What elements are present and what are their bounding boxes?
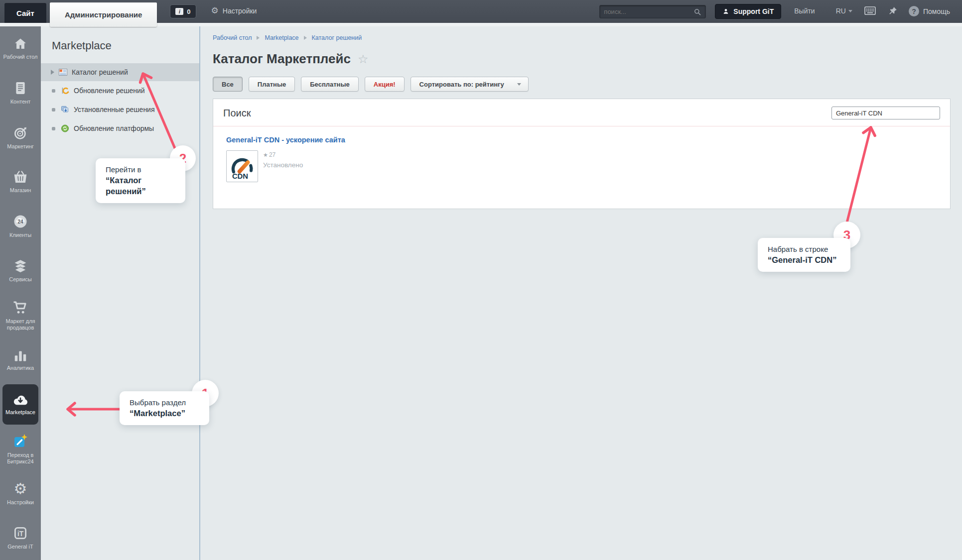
gear-icon: ⚙ <box>211 6 219 15</box>
callout-1: Выбрать раздел “Marketplace” <box>120 391 209 425</box>
top-settings-button[interactable]: ⚙ Настройки <box>211 6 257 15</box>
cart-icon <box>12 300 28 315</box>
menu-item-solutions-catalog[interactable]: Каталог решений <box>41 63 199 81</box>
menu-item-label: Обновление решений <box>74 87 145 95</box>
callout-text: Перейти в <box>106 165 175 175</box>
callout-text-bold: “Каталог решений” <box>106 175 175 197</box>
menu-item-label: Установленные решения <box>74 106 155 113</box>
sort-dropdown[interactable]: Сортировать по: рейтингу <box>411 77 529 92</box>
breadcrumb-separator-icon <box>257 36 260 40</box>
search-icon[interactable] <box>693 8 701 16</box>
sidebar-item-vendor-market[interactable]: Маркет для продавцов <box>0 293 41 337</box>
help-label: Помощь <box>923 7 950 15</box>
svg-text:CDN: CDN <box>232 172 248 180</box>
target-icon <box>13 125 28 140</box>
bitrix24-icon <box>12 433 28 449</box>
sidebar-item-desktop[interactable]: Рабочий стол <box>0 26 41 71</box>
page-title: Каталог Маркетплейс <box>213 51 351 67</box>
menu-item-solutions-update[interactable]: Обновление решений <box>41 81 199 100</box>
sidebar-item-general-it[interactable]: iT General iT <box>0 516 41 560</box>
menu-item-label: Каталог решений <box>72 68 128 76</box>
tab-admin-label: Администрирование <box>65 10 142 19</box>
sidebar-item-services[interactable]: Сервисы <box>0 249 41 293</box>
logout-link[interactable]: Выйти <box>794 7 815 15</box>
rail-label: Сервисы <box>8 276 33 283</box>
marketplace-menu-panel: Marketplace Каталог решений Обновление р… <box>41 26 200 560</box>
rail-label: Настройки <box>6 499 35 506</box>
language-label: RU <box>836 7 846 15</box>
filter-label: Бесплатные <box>310 81 350 88</box>
help-button[interactable]: ? Помощь <box>909 6 950 16</box>
rail-label: Маркетинг <box>6 143 34 150</box>
menu-item-platform-update[interactable]: Обновление платформы <box>41 119 199 138</box>
filter-label: Акция! <box>374 81 396 88</box>
tab-site[interactable]: Сайт <box>4 3 46 23</box>
support-button[interactable]: Support GiT <box>715 4 781 19</box>
bar-chart-icon <box>13 348 28 362</box>
user-icon <box>722 8 729 15</box>
notifications-badge[interactable]: i 0 <box>170 4 196 18</box>
tab-administration[interactable]: Администрирование <box>50 2 157 27</box>
filter-all-button[interactable]: Все <box>213 77 243 92</box>
help-icon: ? <box>909 6 919 16</box>
sidebar-item-bitrix24[interactable]: Переход в Битрикс24 <box>0 427 41 471</box>
gear-icon: ⚙ <box>14 481 27 496</box>
hotkeys-button[interactable] <box>864 6 876 17</box>
tab-site-label: Сайт <box>16 9 34 17</box>
result-logo[interactable]: CDN <box>226 150 258 182</box>
sort-label: Сортировать по: рейтингу <box>419 81 504 88</box>
platform-update-icon <box>61 124 69 132</box>
sidebar-item-clients[interactable]: 24 Клиенты <box>0 204 41 248</box>
filter-label: Все <box>222 81 234 88</box>
general-it-icon: iT <box>13 526 28 541</box>
pin-button[interactable] <box>888 6 898 18</box>
callout-3: Набрать в строке “General-iT CDN” <box>758 238 850 272</box>
installed-status: Установлено <box>263 161 303 169</box>
clients-24-icon: 24 <box>13 214 28 229</box>
top-search-input[interactable] <box>604 8 693 15</box>
filter-promo-button[interactable]: Акция! <box>365 77 405 92</box>
bullet-icon <box>52 89 55 93</box>
top-search[interactable] <box>599 5 706 18</box>
layers-icon <box>12 259 28 273</box>
document-icon <box>14 81 27 96</box>
top-bar: Сайт Администрирование i 0 ⚙ Настройки S… <box>0 0 962 23</box>
result-title-link[interactable]: General-iT CDN - ускорение сайта <box>226 136 345 144</box>
rail-label: Клиенты <box>8 232 32 238</box>
catalog-search-input[interactable] <box>831 107 940 119</box>
svg-text:24: 24 <box>17 220 23 225</box>
sidebar-item-marketing[interactable]: Маркетинг <box>0 115 41 160</box>
menu-item-installed-solutions[interactable]: Установленные решения <box>41 100 199 119</box>
main-content: Рабочий стол Marketplace Каталог решений… <box>201 26 962 560</box>
cloud-download-icon <box>11 393 29 406</box>
sidebar-item-analytics[interactable]: Аналитика <box>0 337 41 382</box>
sidebar-item-shop[interactable]: Магазин <box>0 160 41 204</box>
breadcrumb-desktop[interactable]: Рабочий стол <box>213 34 252 41</box>
notifications-count: 0 <box>187 8 190 15</box>
result-item: General-iT CDN - ускорение сайта CDN <box>213 126 950 191</box>
search-results-panel: Поиск General-iT CDN - ускорение сайта <box>213 99 951 209</box>
info-icon: i <box>175 8 183 15</box>
breadcrumb-marketplace[interactable]: Marketplace <box>265 34 298 41</box>
triangle-marker-icon <box>51 70 54 75</box>
sidebar-item-marketplace[interactable]: Marketplace <box>2 384 38 425</box>
rating-count: 27 <box>269 151 275 158</box>
breadcrumb-catalog[interactable]: Каталог решений <box>312 34 362 41</box>
rail-label: Переход в Битрикс24 <box>0 452 41 465</box>
breadcrumb-separator-icon <box>304 36 307 40</box>
filter-paid-button[interactable]: Платные <box>249 77 295 92</box>
menu-item-label: Обновление платформы <box>74 124 154 132</box>
callout-text-bold: “General-iT CDN” <box>768 254 840 265</box>
sidebar-item-settings[interactable]: ⚙ Настройки <box>0 471 41 515</box>
chevron-down-icon <box>517 83 521 86</box>
callout-2: Перейти в “Каталог решений” <box>96 158 185 203</box>
sidebar-item-content[interactable]: Контент <box>0 71 41 115</box>
menu-title: Marketplace <box>41 26 199 63</box>
filter-free-button[interactable]: Бесплатные <box>301 77 359 92</box>
language-selector[interactable]: RU <box>836 7 852 15</box>
rail-label: Магазин <box>9 187 32 194</box>
catalog-icon <box>59 68 67 76</box>
bullet-icon <box>52 108 55 112</box>
favorite-star-icon[interactable]: ☆ <box>358 53 369 65</box>
svg-text:iT: iT <box>17 530 24 537</box>
